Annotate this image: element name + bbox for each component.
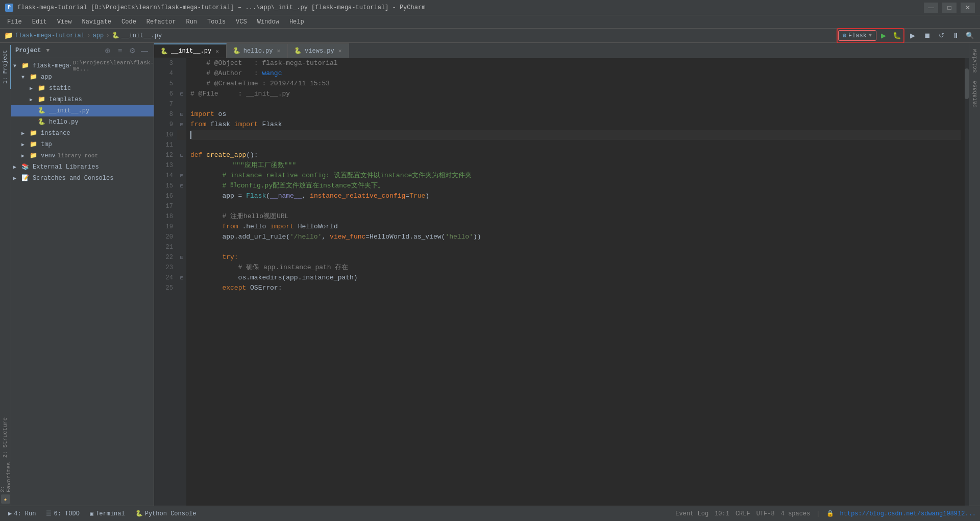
run-icon: ▶	[8, 510, 12, 517]
fold-24[interactable]: ⊟	[177, 273, 186, 283]
scratches-icon: 📝	[21, 174, 31, 182]
tree-label-scratches: Scratches and Consoles	[33, 175, 113, 182]
code-line-12: def create_app():	[190, 150, 961, 160]
fold-22[interactable]: ⊟	[177, 252, 186, 263]
folder-icon-app: 📁	[30, 73, 39, 81]
tree-item-templates[interactable]: ▶ 📁 templates	[11, 94, 154, 105]
tree-item-static[interactable]: ▶ 📁 static	[11, 83, 154, 94]
code-content[interactable]: # @Object : flask-mega-tutorial # @Autho…	[186, 58, 965, 506]
tree-path-root: D:\Projects\learn\flask-me...	[73, 60, 154, 72]
title-bar: P flask-mega-tutorial [D:\Projects\learn…	[0, 0, 980, 15]
rerun-button[interactable]: ↺	[935, 30, 947, 42]
menu-code[interactable]: Code	[116, 17, 141, 27]
fold-9[interactable]: ⊟	[177, 120, 186, 130]
tab-structure[interactable]: 2: Structure	[1, 413, 10, 462]
bottom-bar: ▶ 4: Run ☰ 6: TODO ▣ Terminal 🐍 Python C…	[0, 506, 980, 521]
debug-button[interactable]: 🐛	[891, 30, 903, 42]
tab-hello[interactable]: 🐍 hello.py ✕	[227, 43, 288, 58]
breadcrumb-sep1: ›	[87, 32, 91, 39]
arrow-external: ▶	[13, 164, 21, 170]
code-line-9: from flask import Flask	[190, 120, 961, 130]
tab-icon-init: 🐍	[160, 48, 168, 55]
tree-item-app[interactable]: ▼ 📁 app	[11, 72, 154, 83]
tree-item-root[interactable]: ▼ 📁 flask-mega-tutorial D:\Projects\lear…	[11, 60, 154, 72]
close-button[interactable]: ✕	[961, 3, 975, 13]
run-button[interactable]: ▶	[877, 30, 890, 42]
code-line-10[interactable]	[190, 130, 961, 140]
menu-refactor[interactable]: Refactor	[141, 17, 181, 27]
arrow-scratches: ▶	[13, 175, 21, 181]
code-line-11	[190, 140, 961, 150]
tab-database[interactable]: Database	[970, 77, 980, 112]
run-config-dropdown[interactable]: ☎ Flask ▼	[838, 30, 876, 41]
fold-15[interactable]: ⊟	[177, 181, 186, 191]
fold-8[interactable]: ⊟	[177, 109, 186, 120]
code-line-4: # @Author : wangc	[190, 68, 961, 79]
pause-button[interactable]: ⏸	[949, 30, 962, 42]
fold-14[interactable]: ⊟	[177, 171, 186, 181]
menu-run[interactable]: Run	[181, 17, 202, 27]
event-log-button[interactable]: Event Log	[675, 510, 708, 517]
tree-label-external: External Libraries	[33, 163, 99, 171]
collapse-button[interactable]: ≡	[115, 45, 125, 56]
stop-button[interactable]: ⏹	[921, 30, 933, 42]
encoding[interactable]: UTF-8	[756, 510, 775, 517]
tree-item-instance[interactable]: ▶ 📁 instance	[11, 128, 154, 139]
tab-init[interactable]: 🐍 __init__.py ✕	[154, 43, 227, 58]
menu-view[interactable]: View	[52, 17, 77, 27]
project-sidebar: Project ▼ ⊕ ≡ ⚙ — ▼ 📁 flask-mega-tutoria…	[11, 43, 154, 506]
vertical-scrollbar[interactable]	[965, 58, 969, 506]
menu-navigate[interactable]: Navigate	[77, 17, 116, 27]
tree-item-init[interactable]: ▶ 🐍 __init__.py	[11, 105, 154, 116]
fold-6[interactable]: ⊟	[177, 89, 186, 99]
tree-item-venv[interactable]: ▶ 📁 venv library root	[11, 150, 154, 161]
run-panel-button[interactable]: ▶ 4: Run	[4, 509, 40, 518]
menu-window[interactable]: Window	[252, 17, 284, 27]
window-controls: — □ ✕	[924, 3, 975, 13]
url-link[interactable]: https://blog.csdn.net/sdwang198912...	[840, 510, 976, 517]
terminal-icon: ▣	[90, 510, 93, 517]
cursor-position[interactable]: 10:1	[715, 510, 729, 517]
todo-panel-button[interactable]: ☰ 6: TODO	[42, 509, 83, 518]
settings-button[interactable]: ⚙	[127, 45, 137, 56]
tree-item-tmp[interactable]: ▶ 📁 tmp	[11, 139, 154, 150]
lib-icon-external: 📚	[21, 163, 31, 171]
coverage-button[interactable]: ▶	[906, 30, 919, 42]
search-everywhere-button[interactable]: 🔍	[964, 30, 976, 42]
tab-close-init[interactable]: ✕	[214, 48, 220, 55]
bookmark-icon[interactable]: ★	[1, 494, 10, 504]
favorites-tab[interactable]: 2: Favorites	[0, 462, 12, 492]
line-separator[interactable]: CRLF	[736, 510, 750, 517]
menu-vcs[interactable]: VCS	[231, 17, 252, 27]
python-console-button[interactable]: 🐍 Python Console	[131, 509, 201, 518]
locate-file-button[interactable]: ⊕	[103, 45, 113, 56]
breadcrumb-app[interactable]: app	[93, 32, 104, 39]
fold-12[interactable]: ⊟	[177, 150, 186, 160]
tab-views[interactable]: 🐍 views.py ✕	[288, 43, 349, 58]
tab-label-views: views.py	[305, 48, 334, 55]
tree-item-scratches[interactable]: ▶ 📝 Scratches and Consoles	[11, 173, 154, 184]
minimize-button[interactable]: —	[924, 3, 938, 13]
tab-close-views[interactable]: ✕	[337, 47, 343, 55]
menu-file[interactable]: File	[2, 17, 27, 27]
terminal-button[interactable]: ▣ Terminal	[86, 509, 129, 518]
app-icon: P	[5, 4, 13, 12]
tab-sciview[interactable]: SciView	[970, 45, 980, 77]
code-line-22: try:	[190, 252, 961, 263]
minimize-sidebar-button[interactable]: —	[139, 45, 150, 56]
sidebar-header: Project ▼ ⊕ ≡ ⚙ —	[11, 43, 154, 58]
breadcrumb-project[interactable]: flask-mega-tutorial	[15, 32, 85, 39]
tab-close-hello[interactable]: ✕	[276, 47, 281, 55]
tree-item-external[interactable]: ▶ 📚 External Libraries	[11, 161, 154, 173]
code-editor[interactable]: 3 4 5 6 7 8 9 10 11 12 13 14 15 16 17 18…	[154, 58, 969, 506]
indent-info[interactable]: 4 spaces	[781, 510, 811, 517]
maximize-button[interactable]: □	[942, 3, 957, 13]
breadcrumb-file: __init__.py	[121, 32, 162, 39]
menu-help[interactable]: Help	[284, 17, 309, 27]
tree-item-hello[interactable]: ▶ 🐍 hello.py	[11, 116, 154, 128]
tab-project[interactable]: 1: Project	[0, 45, 11, 89]
folder-icon-root: 📁	[21, 62, 31, 70]
run-config-label: Flask	[848, 32, 867, 39]
menu-edit[interactable]: Edit	[27, 17, 52, 27]
menu-tools[interactable]: Tools	[202, 17, 231, 27]
